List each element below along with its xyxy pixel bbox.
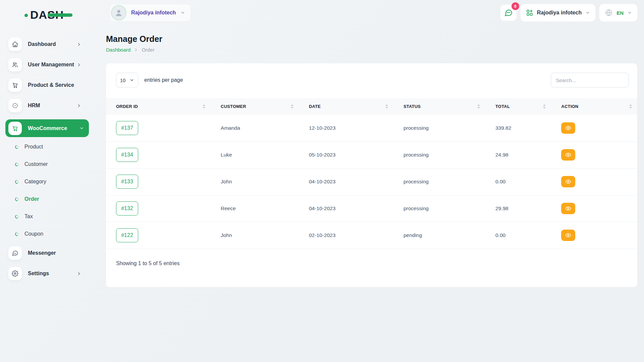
sidebar-subitem-coupon[interactable]: Coupon [15, 229, 89, 239]
subitem-label: Order [24, 196, 39, 202]
table-summary: Showing 1 to 5 of 5 entries [106, 249, 637, 287]
table-row: #134 Luke 05-10-2023 processing 24.98 [106, 141, 637, 168]
sidebar-subitem-customer[interactable]: Customer [15, 159, 89, 169]
topbar-actions: 0 Rajodiya infotech EN [500, 4, 637, 21]
view-order-button[interactable] [561, 230, 575, 241]
breadcrumb-separator-icon [134, 48, 138, 52]
customer-cell: Luke [211, 141, 299, 168]
bullet-icon [14, 144, 19, 149]
chevron-right-icon [76, 42, 82, 47]
home-icon [8, 38, 22, 51]
eye-icon [565, 205, 571, 212]
entries-per-page-label: entries per page [144, 77, 183, 83]
view-order-button[interactable] [561, 122, 575, 134]
user-dropdown[interactable]: Rajodiya infotech [110, 4, 191, 21]
total-cell: 29.98 [485, 195, 551, 222]
sidebar-subitem-category[interactable]: Category [15, 177, 89, 187]
avatar [111, 5, 126, 20]
status-cell: processing [393, 141, 485, 168]
column-header-action[interactable]: ACTION [551, 104, 637, 109]
sort-icon[interactable] [385, 104, 388, 109]
subitem-label: Coupon [24, 231, 43, 237]
status-cell: pending [393, 222, 485, 249]
sidebar-subitem-tax[interactable]: Tax [15, 212, 89, 222]
search-input[interactable] [551, 73, 629, 87]
sort-icon[interactable] [203, 104, 205, 109]
view-order-button[interactable] [561, 176, 575, 187]
cart-icon [8, 122, 22, 135]
column-header-total[interactable]: TOTAL [485, 104, 551, 109]
sidebar-item-label: Dashboard [28, 41, 56, 47]
order-id-badge[interactable]: #134 [116, 148, 138, 162]
bullet-icon [14, 232, 19, 237]
date-cell: 04-10-2023 [299, 195, 393, 222]
orders-table: ORDER ID CUSTOMER DATE STATUS TOTAL ACTI… [106, 98, 637, 249]
order-id-badge[interactable]: #122 [116, 228, 138, 242]
total-cell: 339.82 [485, 115, 551, 141]
order-id-badge[interactable]: #137 [116, 121, 138, 135]
eye-icon [565, 232, 571, 238]
sort-icon[interactable] [543, 104, 546, 109]
total-cell: 24.98 [485, 141, 551, 168]
status-cell: processing [393, 115, 485, 141]
page-title: Manage Order [106, 34, 637, 44]
entries-per-page-select[interactable]: 10 [116, 73, 138, 87]
user-dropdown-label: Rajodiya infotech [131, 10, 176, 16]
bullet-icon [14, 214, 19, 219]
sidebar-item-user-management[interactable]: User Management [5, 58, 86, 71]
sidebar-item-product-service[interactable]: Product & Service [5, 78, 86, 92]
sidebar: DASH Dashboard User Management Product &… [0, 0, 89, 362]
subitem-label: Customer [24, 161, 48, 167]
eye-icon [565, 125, 571, 131]
messages-count-badge: 0 [512, 2, 519, 10]
main-content: Rajodiya infotech 0 Rajodiya infotech EN… [89, 0, 644, 362]
chevron-down-icon [129, 78, 134, 82]
sort-icon[interactable] [291, 104, 293, 109]
language-dropdown[interactable]: EN [599, 4, 637, 21]
column-header-customer[interactable]: CUSTOMER [211, 104, 299, 109]
customer-cell: Reece [211, 195, 299, 222]
sidebar-item-settings[interactable]: Settings [5, 267, 86, 280]
view-order-button[interactable] [561, 149, 575, 161]
total-cell: 0.00 [485, 168, 551, 195]
orders-card: 10 entries per page ORDER ID CUSTOMER DA… [106, 63, 637, 287]
breadcrumb-current: Order [142, 47, 154, 53]
column-header-order-id[interactable]: ORDER ID [106, 104, 211, 109]
brand-logo[interactable]: DASH [30, 8, 64, 21]
chevron-right-icon [76, 62, 82, 67]
bullet-icon [14, 179, 19, 184]
sidebar-nav: Dashboard User Management Product & Serv… [0, 38, 89, 280]
customer-cell: John [211, 168, 299, 195]
breadcrumb-dashboard-link[interactable]: Dashboard [106, 47, 130, 53]
workspace-dropdown-label: Rajodiya infotech [537, 10, 582, 16]
order-id-badge[interactable]: #133 [116, 175, 138, 189]
logo-dash-decoration [48, 13, 72, 17]
messages-button[interactable]: 0 [500, 5, 517, 21]
order-id-badge[interactable]: #132 [116, 201, 138, 216]
column-header-date[interactable]: DATE [299, 104, 393, 109]
customer-cell: John [211, 222, 299, 249]
sidebar-item-hrm[interactable]: HRM [5, 99, 86, 112]
table-controls: 10 entries per page [106, 63, 637, 87]
sidebar-subitem-product[interactable]: Product [15, 142, 89, 152]
workspace-dropdown[interactable]: Rajodiya infotech [521, 4, 595, 21]
sidebar-item-dashboard[interactable]: Dashboard [5, 38, 86, 51]
view-order-button[interactable] [561, 203, 575, 214]
table-row: #132 Reece 04-10-2023 processing 29.98 [106, 195, 637, 222]
sidebar-item-woocommerce[interactable]: WooCommerce [5, 119, 89, 137]
breadcrumb: Dashboard Order [106, 47, 637, 53]
column-header-status[interactable]: STATUS [393, 104, 485, 109]
bullet-icon [14, 197, 19, 202]
language-dropdown-label: EN [616, 10, 624, 16]
subitem-label: Product [24, 144, 43, 150]
chevron-right-icon [76, 103, 82, 108]
sort-icon[interactable] [477, 104, 480, 109]
total-cell: 0.00 [485, 222, 551, 249]
date-cell: 05-10-2023 [299, 141, 393, 168]
sidebar-item-messenger[interactable]: Messenger [5, 246, 86, 260]
status-cell: processing [393, 168, 485, 195]
sidebar-subitem-order[interactable]: Order [15, 194, 89, 204]
bullet-icon [14, 162, 19, 167]
sidebar-item-label: HRM [28, 103, 40, 109]
sort-icon[interactable] [629, 104, 632, 109]
